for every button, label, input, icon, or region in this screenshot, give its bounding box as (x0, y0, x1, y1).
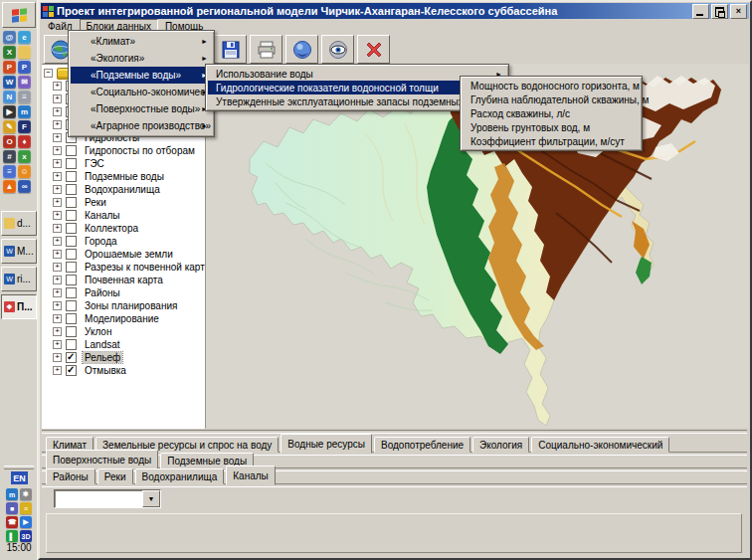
tree-row[interactable]: + Гидропосты по отборам (42, 144, 205, 157)
layer-checkbox[interactable] (66, 223, 77, 234)
taskbar-window-button[interactable]: W ri... (1, 267, 37, 291)
indicator-menu-item[interactable]: Глубина наблюдательной скважины, м (463, 93, 640, 106)
layer-checkbox[interactable] (66, 171, 77, 182)
layer-checkbox[interactable] (66, 313, 77, 324)
layer-checkbox[interactable] (66, 262, 77, 273)
tree-row[interactable]: + Районы (42, 286, 205, 299)
taskbar-window-button[interactable]: ❖ П... (1, 294, 37, 319)
layer-checkbox[interactable] (66, 300, 77, 311)
layer-checkbox[interactable] (66, 158, 77, 169)
quick-launch-icon[interactable]: ∞ (18, 180, 31, 193)
object-combobox[interactable]: ▼ (54, 489, 161, 508)
tree-row[interactable]: + Каналы (42, 209, 205, 222)
layer-checkbox[interactable] (66, 287, 77, 298)
expand-plus-icon[interactable]: + (53, 172, 62, 181)
section-tab[interactable]: Социально-экономический (531, 437, 669, 453)
layer-checkbox[interactable] (66, 352, 77, 363)
taskbar-clock[interactable]: 15:00 (0, 542, 38, 553)
expand-plus-icon[interactable]: + (53, 120, 62, 129)
quick-launch-icon[interactable]: X (3, 46, 16, 59)
indicator-menu-item[interactable]: Коэффициент фильтрации, м/сут (463, 134, 640, 148)
layer-checkbox[interactable] (66, 184, 77, 195)
preview-button[interactable] (321, 35, 354, 64)
tray-icon[interactable]: m (6, 488, 18, 500)
menu-item[interactable]: «Поверхностные воды» ► (71, 100, 212, 117)
quick-launch-icon[interactable]: ≡ (3, 165, 16, 178)
expand-plus-icon[interactable]: + (53, 340, 62, 349)
tree-row[interactable]: + Отмывка (42, 364, 205, 377)
menu-item[interactable]: «Экология» ► (71, 50, 212, 67)
quick-launch-icon[interactable]: F (18, 120, 31, 133)
language-indicator[interactable]: EN (11, 471, 28, 484)
save-button[interactable] (214, 35, 247, 64)
tray-icon[interactable]: ✱ (20, 488, 32, 500)
taskbar-window-button[interactable]: d... (1, 211, 37, 236)
object-tab[interactable]: Реки (97, 468, 133, 484)
close-button[interactable]: × (730, 4, 747, 19)
expand-plus-icon[interactable]: + (53, 107, 62, 116)
collapse-minus-icon[interactable]: − (44, 69, 53, 78)
tree-row[interactable]: + Водохранилища (42, 183, 205, 196)
quick-launch-icon[interactable]: N (3, 91, 16, 103)
tree-row[interactable]: + Орошаемые земли (42, 248, 205, 261)
expand-plus-icon[interactable]: + (53, 327, 62, 336)
tray-icon[interactable]: 3D (20, 530, 32, 542)
quick-launch-icon[interactable]: ≡ (18, 91, 31, 103)
layer-checkbox[interactable] (66, 326, 77, 337)
start-button[interactable] (2, 2, 36, 28)
tree-row[interactable]: + Подземные воды (42, 170, 205, 183)
layer-checkbox[interactable] (66, 197, 77, 208)
tray-icon[interactable]: ■ (6, 502, 18, 514)
tree-row[interactable]: + Города (42, 235, 205, 248)
layer-checkbox[interactable] (66, 275, 77, 285)
indicator-menu-item[interactable]: Мощность водоносного горизонта, м (463, 79, 640, 93)
expand-plus-icon[interactable]: + (53, 276, 62, 284)
tree-row[interactable]: + Зоны планирования (42, 299, 205, 312)
expand-plus-icon[interactable]: + (53, 146, 62, 155)
quick-launch-icon[interactable]: ▶ (3, 105, 16, 118)
quick-launch-icon[interactable]: P (3, 61, 16, 74)
layer-checkbox[interactable] (66, 236, 77, 247)
tree-row[interactable]: + Реки (42, 196, 205, 209)
expand-plus-icon[interactable]: + (53, 314, 62, 323)
expand-plus-icon[interactable]: + (53, 211, 62, 220)
restore-button[interactable] (711, 4, 728, 19)
layer-checkbox[interactable] (66, 365, 77, 376)
object-tab[interactable]: Каналы (226, 466, 276, 485)
tree-row[interactable]: + Уклон (42, 325, 205, 338)
print-button[interactable] (250, 35, 282, 64)
tree-row[interactable]: + Разрезы к почвенной карте (42, 261, 205, 274)
quick-launch-icon[interactable]: ♦ (18, 135, 31, 148)
tray-icon[interactable]: ☎ (6, 516, 18, 528)
expand-plus-icon[interactable]: + (53, 133, 62, 142)
quick-launch-icon[interactable]: x (18, 150, 31, 163)
layer-checkbox[interactable] (66, 339, 77, 350)
menu-item[interactable]: «Социально-экономический» ► (71, 84, 212, 100)
indicator-menu-item[interactable]: Расход скважины, л/с (463, 106, 640, 120)
expand-plus-icon[interactable]: + (53, 94, 62, 103)
quick-launch-icon[interactable] (18, 46, 31, 59)
database-button[interactable] (285, 35, 318, 64)
tray-icon[interactable]: ▶ (20, 516, 32, 528)
quick-launch-icon[interactable]: m (18, 105, 31, 118)
quick-launch-icon[interactable]: O (3, 135, 16, 148)
quick-launch-icon[interactable]: e (18, 31, 31, 44)
tree-row[interactable]: + Моделирование (42, 312, 205, 325)
expand-plus-icon[interactable]: + (53, 353, 62, 362)
minimize-button[interactable] (692, 4, 709, 19)
quick-launch-icon[interactable]: # (3, 150, 16, 163)
expand-plus-icon[interactable]: + (53, 301, 62, 310)
menu-item[interactable]: «Подземные воды» ► (71, 67, 212, 84)
expand-plus-icon[interactable]: + (53, 366, 62, 375)
tree-row[interactable]: + Landsat (42, 338, 205, 351)
expand-plus-icon[interactable]: + (53, 82, 62, 91)
expand-plus-icon[interactable]: + (53, 263, 62, 272)
object-tab[interactable]: Водохранилища (135, 468, 225, 484)
expand-plus-icon[interactable]: + (53, 288, 62, 297)
quick-launch-icon[interactable]: ☺ (18, 165, 31, 178)
tray-icon[interactable]: ≡ (20, 502, 32, 514)
section-tab[interactable]: Водные ресурсы (281, 434, 372, 454)
expand-plus-icon[interactable]: + (53, 198, 62, 207)
quick-launch-icon[interactable]: @ (3, 31, 16, 44)
quick-launch-icon[interactable]: P (18, 61, 31, 74)
